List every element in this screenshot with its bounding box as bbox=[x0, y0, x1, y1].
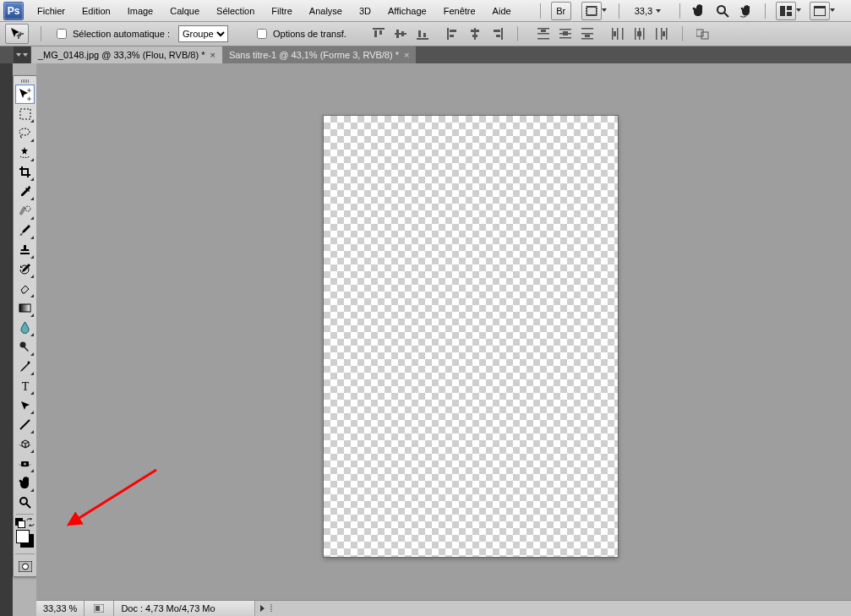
mini-bridge-button[interactable] bbox=[581, 2, 602, 20]
quick-selection-tool[interactable] bbox=[15, 143, 35, 162]
hand-extra-button[interactable] bbox=[690, 3, 707, 19]
status-doc-info[interactable]: Doc : 4,73 Mo/4,73 Mo bbox=[114, 601, 255, 616]
current-tool-indicator[interactable] bbox=[5, 24, 29, 44]
status-zoom[interactable]: 33,33 % bbox=[36, 601, 85, 616]
foreground-background-colors[interactable] bbox=[15, 529, 35, 548]
distribute-left[interactable] bbox=[608, 25, 628, 43]
align-horizontal-centers[interactable] bbox=[465, 25, 485, 43]
distribute-top[interactable] bbox=[533, 25, 554, 43]
status-preview-toggle[interactable] bbox=[85, 601, 114, 616]
align-left-icon bbox=[447, 28, 459, 40]
svg-rect-22 bbox=[401, 31, 404, 36]
menu-fichier[interactable]: Fichier bbox=[29, 3, 74, 19]
line-shape-tool[interactable] bbox=[15, 415, 35, 434]
transform-controls-checkbox[interactable]: Options de transf. bbox=[250, 25, 350, 43]
menu-calque[interactable]: Calque bbox=[161, 3, 208, 19]
bridge-button[interactable]: Br bbox=[551, 2, 571, 20]
clone-stamp-tool[interactable] bbox=[15, 240, 35, 259]
auto-align-layers[interactable] bbox=[693, 25, 713, 43]
zoom-extra-button[interactable] bbox=[714, 3, 731, 19]
menu-filtre[interactable]: Filtre bbox=[263, 3, 300, 19]
svg-rect-26 bbox=[447, 28, 449, 40]
rectangular-marquee-tool[interactable] bbox=[15, 104, 35, 123]
align-group-2 bbox=[443, 25, 507, 43]
magnifier-icon bbox=[716, 4, 729, 18]
collapse-panels-button[interactable] bbox=[14, 46, 30, 63]
dist-bottom-icon bbox=[581, 28, 593, 40]
distribute-hcenter[interactable] bbox=[630, 25, 650, 43]
gradient-tool[interactable] bbox=[15, 298, 35, 318]
align-bottom-edges[interactable] bbox=[412, 25, 433, 43]
palette-grip[interactable] bbox=[14, 78, 36, 84]
eyedropper-tool[interactable] bbox=[15, 182, 35, 201]
pen-tool[interactable] bbox=[15, 357, 35, 376]
align-vcenter-icon bbox=[395, 28, 406, 40]
close-tab-icon[interactable]: × bbox=[210, 50, 215, 60]
document-tab-0[interactable]: _MG_0148.jpg @ 33,3% (Flou, RVB/8) * × bbox=[31, 46, 222, 63]
svg-rect-64 bbox=[20, 253, 30, 254]
move-tool[interactable] bbox=[15, 84, 35, 104]
default-colors-button[interactable] bbox=[15, 518, 24, 526]
foreground-color-swatch[interactable] bbox=[16, 530, 30, 543]
align-group-1 bbox=[368, 25, 433, 43]
crop-tool[interactable] bbox=[15, 162, 35, 182]
hand-icon bbox=[19, 477, 31, 489]
menu-analyse[interactable]: Analyse bbox=[301, 3, 351, 19]
path-selection-tool[interactable] bbox=[15, 395, 35, 415]
menu-image[interactable]: Image bbox=[119, 3, 162, 19]
palette-separator bbox=[16, 514, 35, 515]
svg-rect-35 bbox=[537, 28, 549, 30]
type-tool[interactable]: T bbox=[15, 376, 35, 395]
options-bar: Sélection automatique : Groupe Calque Op… bbox=[0, 22, 851, 46]
distribute-group-1 bbox=[533, 25, 597, 43]
zoom-tool[interactable] bbox=[15, 493, 35, 512]
document-tab-label: _MG_0148.jpg @ 33,3% (Flou, RVB/8) * bbox=[38, 50, 205, 60]
menu-selection[interactable]: Sélection bbox=[208, 3, 263, 19]
app-logo: Ps bbox=[3, 2, 24, 20]
distribute-vcenter[interactable] bbox=[555, 25, 576, 43]
screen-mode-button[interactable] bbox=[810, 2, 830, 20]
arrange-documents-button[interactable] bbox=[776, 2, 796, 20]
move-tool-icon bbox=[10, 27, 24, 41]
brush-tool[interactable] bbox=[15, 221, 35, 240]
distribute-right[interactable] bbox=[652, 25, 672, 43]
canvas-viewport[interactable] bbox=[36, 63, 851, 600]
align-right-edges[interactable] bbox=[487, 25, 507, 43]
distribute-bottom[interactable] bbox=[577, 25, 597, 43]
close-tab-icon[interactable]: × bbox=[404, 50, 409, 60]
transform-controls-input[interactable] bbox=[257, 29, 267, 39]
blur-tool[interactable] bbox=[15, 318, 35, 337]
align-bottom-icon bbox=[417, 28, 428, 40]
hand-tool[interactable] bbox=[15, 473, 35, 493]
document-tab-1[interactable]: Sans titre-1 @ 43,1% (Forme 3, RVB/8) * … bbox=[222, 46, 417, 63]
rotate-view-extra-button[interactable] bbox=[738, 3, 755, 19]
svg-rect-14 bbox=[787, 12, 792, 16]
move-tool-icon bbox=[19, 88, 32, 101]
dist-left-icon bbox=[612, 28, 624, 40]
svg-rect-39 bbox=[559, 29, 571, 30]
3d-object-rotate-tool[interactable] bbox=[15, 434, 35, 454]
lasso-tool[interactable] bbox=[15, 123, 35, 143]
menu-fenetre[interactable]: Fenêtre bbox=[435, 3, 484, 19]
spot-healing-brush-tool[interactable] bbox=[15, 201, 35, 221]
menu-affichage[interactable]: Affichage bbox=[379, 3, 435, 19]
auto-select-checkbox[interactable]: Sélection automatique : bbox=[50, 25, 173, 43]
align-vertical-centers[interactable] bbox=[390, 25, 411, 43]
eraser-tool[interactable] bbox=[15, 279, 35, 298]
menu-aide[interactable]: Aide bbox=[484, 3, 520, 19]
auto-select-input[interactable] bbox=[57, 29, 67, 39]
history-brush-tool[interactable] bbox=[15, 259, 35, 279]
svg-point-72 bbox=[24, 463, 26, 466]
quick-mask-button[interactable] bbox=[15, 553, 35, 575]
dodge-tool[interactable] bbox=[15, 337, 35, 357]
document-tab-row: _MG_0148.jpg @ 33,3% (Flou, RVB/8) * × S… bbox=[0, 46, 851, 63]
swap-colors-button[interactable] bbox=[26, 518, 35, 526]
document-canvas[interactable] bbox=[324, 116, 618, 557]
auto-select-mode-select[interactable]: Groupe Calque bbox=[178, 25, 228, 42]
3d-camera-rotate-tool[interactable] bbox=[15, 454, 35, 473]
align-top-edges[interactable] bbox=[368, 25, 389, 43]
view-zoom-dropdown[interactable]: 33,3 bbox=[630, 6, 669, 16]
menu-edition[interactable]: Edition bbox=[74, 3, 119, 19]
menu-3d[interactable]: 3D bbox=[351, 3, 379, 19]
align-left-edges[interactable] bbox=[443, 25, 463, 43]
